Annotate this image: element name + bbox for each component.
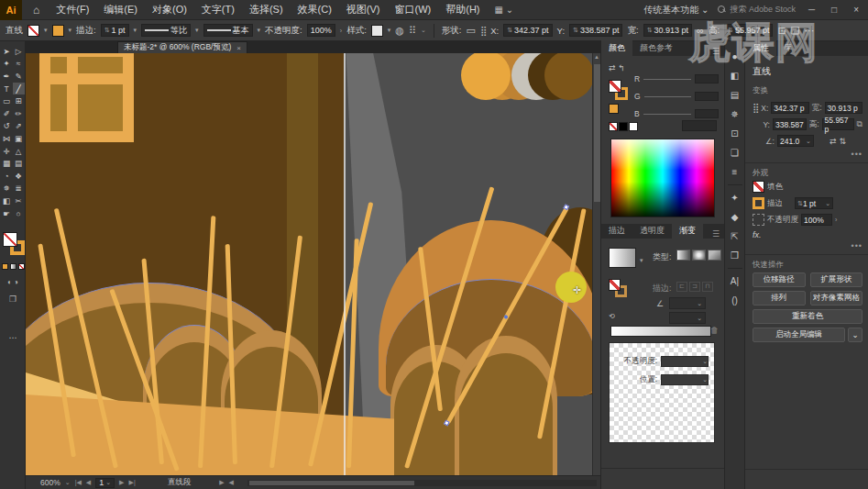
align-pixel-grid-button[interactable]: 对齐像素网格 xyxy=(810,291,863,306)
status-expand-icon[interactable]: ▶ xyxy=(219,479,224,486)
fx-button[interactable]: fx. xyxy=(753,230,762,239)
stop-opacity-field[interactable]: ⌄ xyxy=(661,356,709,367)
color-mode-none[interactable] xyxy=(18,263,25,270)
direct-selection-tool[interactable]: ▷ xyxy=(13,45,25,58)
curvature-tool[interactable]: ✎ xyxy=(13,70,25,83)
hand-tool[interactable]: ☛ xyxy=(1,207,13,220)
selection-tool[interactable]: ➤ xyxy=(1,45,13,58)
color-spectrum[interactable] xyxy=(610,139,715,217)
reverse-gradient-icon[interactable]: ⟲ xyxy=(609,312,615,320)
prop-x-input[interactable]: 342.37 p xyxy=(771,102,808,114)
restore-button[interactable]: □ xyxy=(828,5,841,15)
flip-horizontal-icon[interactable]: ⇄ xyxy=(830,137,837,146)
x-input[interactable]: ⇅342.37 pt xyxy=(503,24,552,37)
width-tool[interactable]: ⋈ xyxy=(1,132,13,145)
radial-gradient-button[interactable] xyxy=(692,250,706,261)
gradient-fill-stroke[interactable] xyxy=(609,279,629,299)
stroke-along-button[interactable]: ⊐ xyxy=(689,282,700,292)
scale-tool[interactable]: ⇗ xyxy=(13,120,25,133)
next-artboard-icon[interactable]: ▶ xyxy=(119,479,124,486)
swatch-none[interactable] xyxy=(609,122,618,131)
menu-item-6[interactable]: 视图(V) xyxy=(346,4,380,15)
menu-item-5[interactable]: 效果(C) xyxy=(298,4,332,15)
opacity-more-icon[interactable]: › xyxy=(835,217,837,223)
red-slider[interactable] xyxy=(643,79,691,80)
swatches-panel-icon[interactable]: ◧ xyxy=(726,66,744,85)
graphic-styles-panel-icon[interactable]: ✦ xyxy=(726,188,744,207)
type-tool[interactable]: T xyxy=(1,83,13,95)
swap-fill-stroke-icon[interactable]: ⇄ ↰ xyxy=(609,63,625,72)
home-icon[interactable]: ⌂ xyxy=(33,4,39,17)
prop-opacity-label[interactable]: 不透明度 xyxy=(767,215,798,226)
blue-value[interactable] xyxy=(695,109,719,118)
stick-shape[interactable] xyxy=(308,202,373,466)
gradient-tool[interactable]: ▤ xyxy=(13,157,25,170)
transform-icon[interactable]: ⊡ xyxy=(777,25,786,37)
flip-vertical-icon[interactable]: ⇅ xyxy=(840,137,847,146)
zoom-tool[interactable]: ○ xyxy=(13,207,25,220)
stick-shape[interactable] xyxy=(346,239,358,468)
opacity-input[interactable]: 100% xyxy=(307,24,335,37)
color-mode-gradient[interactable] xyxy=(10,263,16,270)
document-setup-icon[interactable]: ◍ xyxy=(395,25,404,37)
variable-width-profile[interactable]: 等比 xyxy=(141,24,191,37)
recolor-button[interactable]: 重新着色 xyxy=(753,309,863,324)
pencil-tool[interactable]: ✏ xyxy=(13,107,25,120)
prop-stroke-swatch[interactable] xyxy=(753,197,764,209)
prop-stroke-width-input[interactable]: ⇅1 pt⌄ xyxy=(795,197,833,209)
pathfinder-panel-icon[interactable]: ❏ xyxy=(726,143,744,162)
stick-shape[interactable] xyxy=(225,244,237,464)
prop-height-input[interactable]: 55.957 p xyxy=(822,118,854,130)
tab-color[interactable]: 颜色 xyxy=(601,40,632,56)
transform-more-icon[interactable]: ••• xyxy=(852,150,863,159)
color-fill-stroke[interactable] xyxy=(609,80,629,100)
gradient-slider[interactable] xyxy=(610,326,711,337)
prop-width-input[interactable]: 30.913 p xyxy=(825,102,863,114)
status-collapse-icon[interactable]: ◀ xyxy=(229,479,234,486)
green-value[interactable] xyxy=(695,92,719,101)
arrange-button[interactable]: 排列 xyxy=(753,291,806,306)
stock-search[interactable]: 搜索 Adobe Stock xyxy=(718,4,796,16)
stick-shape[interactable] xyxy=(198,216,215,468)
freeform-gradient-button[interactable] xyxy=(708,250,721,261)
stroke-swatch[interactable] xyxy=(52,25,64,37)
blend-tool[interactable]: ❖ xyxy=(13,170,25,183)
global-edit-button[interactable]: 启动全局编辑 xyxy=(753,328,845,342)
eyedropper-tool[interactable]: ◔ xyxy=(1,170,13,183)
last-artboard-icon[interactable]: ▶| xyxy=(129,479,136,486)
prop-opacity-icon[interactable] xyxy=(753,214,764,226)
vertical-scrollbar[interactable]: ▲ xyxy=(592,53,600,475)
menu-item-2[interactable]: 对象(O) xyxy=(152,4,187,15)
paragraph-panel-icon[interactable]: () xyxy=(726,291,744,310)
artboard-number-input[interactable]: 1 ⌄ xyxy=(95,478,115,488)
arrange-documents-icon[interactable]: ▦ ⌄ xyxy=(495,5,514,15)
stick-shape[interactable] xyxy=(269,236,302,469)
linear-gradient-button[interactable] xyxy=(676,250,690,261)
zoom-level[interactable]: 600% xyxy=(40,478,60,487)
pen-tool[interactable]: ✒ xyxy=(1,70,13,83)
brushes-panel-icon[interactable]: ▤ xyxy=(726,85,744,105)
prop-fill-swatch[interactable] xyxy=(753,181,764,193)
fill-stroke-indicator[interactable] xyxy=(3,232,25,256)
workspace-switcher[interactable]: 传统基本功能 ⌄ xyxy=(643,4,709,17)
offset-path-button[interactable]: 位移路径 xyxy=(753,272,806,287)
layers-panel-icon[interactable]: ◆ xyxy=(726,207,744,227)
global-edit-dropdown[interactable]: ⌄ xyxy=(848,328,863,342)
mesh-tool[interactable]: ▦ xyxy=(1,157,13,170)
minimize-button[interactable]: ─ xyxy=(805,5,819,15)
lasso-tool[interactable]: ≈ xyxy=(13,58,25,71)
first-artboard-icon[interactable]: |◀ xyxy=(75,479,82,486)
swatch-black[interactable] xyxy=(619,122,628,131)
line-segment-tool[interactable]: ╱ xyxy=(13,83,25,95)
symbols-panel-icon[interactable]: ✵ xyxy=(726,105,744,124)
vertical-scroll-thumb[interactable] xyxy=(594,64,600,202)
menu-item-4[interactable]: 选择(S) xyxy=(249,4,283,15)
artboard-tool[interactable]: ◧ xyxy=(1,194,13,207)
link-dimensions-icon[interactable]: ∞ xyxy=(697,25,704,36)
anchor-point[interactable] xyxy=(563,204,569,210)
paintbrush-tool[interactable]: ✐ xyxy=(1,107,13,120)
rectangle-tool[interactable]: ▭ xyxy=(1,94,13,107)
transform-panel-icon[interactable]: ⊡ xyxy=(726,124,744,143)
free-transform-tool[interactable]: ▣ xyxy=(13,132,25,145)
width-input[interactable]: ⇅30.913 pt xyxy=(643,24,692,37)
